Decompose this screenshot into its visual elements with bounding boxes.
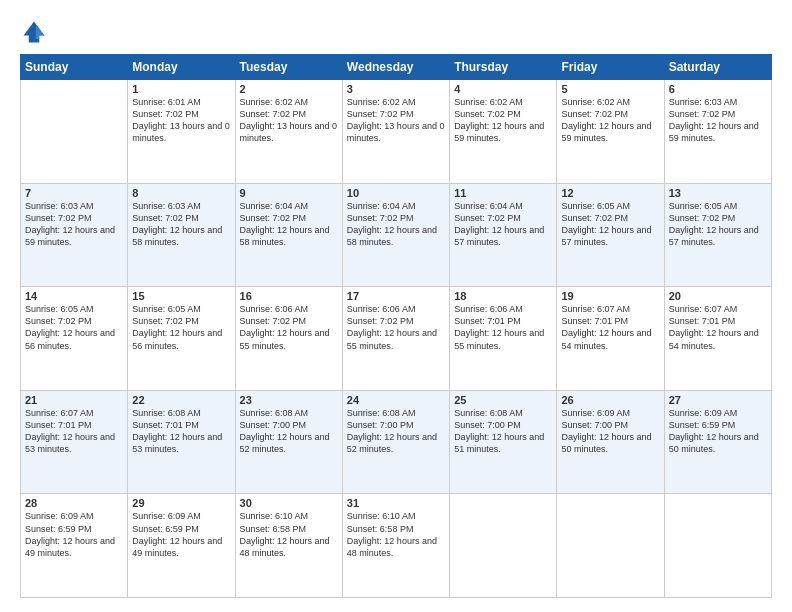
- calendar-cell: 3Sunrise: 6:02 AMSunset: 7:02 PMDaylight…: [342, 80, 449, 184]
- page: SundayMondayTuesdayWednesdayThursdayFrid…: [0, 0, 792, 612]
- day-info: Sunrise: 6:03 AMSunset: 7:02 PMDaylight:…: [669, 96, 767, 145]
- weekday-header-sunday: Sunday: [21, 55, 128, 80]
- day-info: Sunrise: 6:04 AMSunset: 7:02 PMDaylight:…: [454, 200, 552, 249]
- day-info: Sunrise: 6:06 AMSunset: 7:02 PMDaylight:…: [347, 303, 445, 352]
- day-number: 5: [561, 83, 659, 95]
- day-info: Sunrise: 6:10 AMSunset: 6:58 PMDaylight:…: [347, 510, 445, 559]
- header: [20, 18, 772, 46]
- calendar-cell: 11Sunrise: 6:04 AMSunset: 7:02 PMDayligh…: [450, 183, 557, 287]
- calendar-cell: 2Sunrise: 6:02 AMSunset: 7:02 PMDaylight…: [235, 80, 342, 184]
- calendar-cell: 25Sunrise: 6:08 AMSunset: 7:00 PMDayligh…: [450, 390, 557, 494]
- calendar-cell: 24Sunrise: 6:08 AMSunset: 7:00 PMDayligh…: [342, 390, 449, 494]
- day-number: 2: [240, 83, 338, 95]
- day-number: 3: [347, 83, 445, 95]
- calendar-cell: 1Sunrise: 6:01 AMSunset: 7:02 PMDaylight…: [128, 80, 235, 184]
- day-number: 25: [454, 394, 552, 406]
- day-number: 6: [669, 83, 767, 95]
- calendar-cell: 14Sunrise: 6:05 AMSunset: 7:02 PMDayligh…: [21, 287, 128, 391]
- day-info: Sunrise: 6:03 AMSunset: 7:02 PMDaylight:…: [25, 200, 123, 249]
- day-info: Sunrise: 6:08 AMSunset: 7:01 PMDaylight:…: [132, 407, 230, 456]
- day-number: 16: [240, 290, 338, 302]
- day-number: 13: [669, 187, 767, 199]
- day-info: Sunrise: 6:04 AMSunset: 7:02 PMDaylight:…: [240, 200, 338, 249]
- day-info: Sunrise: 6:01 AMSunset: 7:02 PMDaylight:…: [132, 96, 230, 145]
- weekday-header-saturday: Saturday: [664, 55, 771, 80]
- day-number: 22: [132, 394, 230, 406]
- calendar-cell: 30Sunrise: 6:10 AMSunset: 6:58 PMDayligh…: [235, 494, 342, 598]
- day-number: 18: [454, 290, 552, 302]
- day-number: 4: [454, 83, 552, 95]
- day-info: Sunrise: 6:07 AMSunset: 7:01 PMDaylight:…: [669, 303, 767, 352]
- day-info: Sunrise: 6:06 AMSunset: 7:01 PMDaylight:…: [454, 303, 552, 352]
- day-number: 31: [347, 497, 445, 509]
- day-info: Sunrise: 6:07 AMSunset: 7:01 PMDaylight:…: [25, 407, 123, 456]
- day-info: Sunrise: 6:05 AMSunset: 7:02 PMDaylight:…: [132, 303, 230, 352]
- day-number: 20: [669, 290, 767, 302]
- calendar-cell: 16Sunrise: 6:06 AMSunset: 7:02 PMDayligh…: [235, 287, 342, 391]
- day-number: 27: [669, 394, 767, 406]
- day-info: Sunrise: 6:04 AMSunset: 7:02 PMDaylight:…: [347, 200, 445, 249]
- day-number: 9: [240, 187, 338, 199]
- calendar-cell: 27Sunrise: 6:09 AMSunset: 6:59 PMDayligh…: [664, 390, 771, 494]
- calendar-cell: 26Sunrise: 6:09 AMSunset: 7:00 PMDayligh…: [557, 390, 664, 494]
- calendar-cell: [664, 494, 771, 598]
- day-number: 19: [561, 290, 659, 302]
- calendar-cell: 8Sunrise: 6:03 AMSunset: 7:02 PMDaylight…: [128, 183, 235, 287]
- day-info: Sunrise: 6:05 AMSunset: 7:02 PMDaylight:…: [669, 200, 767, 249]
- weekday-header-monday: Monday: [128, 55, 235, 80]
- day-number: 10: [347, 187, 445, 199]
- calendar-cell: [450, 494, 557, 598]
- day-number: 15: [132, 290, 230, 302]
- day-number: 26: [561, 394, 659, 406]
- day-number: 21: [25, 394, 123, 406]
- calendar-cell: 6Sunrise: 6:03 AMSunset: 7:02 PMDaylight…: [664, 80, 771, 184]
- day-info: Sunrise: 6:09 AMSunset: 6:59 PMDaylight:…: [132, 510, 230, 559]
- calendar-cell: 13Sunrise: 6:05 AMSunset: 7:02 PMDayligh…: [664, 183, 771, 287]
- day-number: 7: [25, 187, 123, 199]
- day-number: 24: [347, 394, 445, 406]
- day-info: Sunrise: 6:08 AMSunset: 7:00 PMDaylight:…: [347, 407, 445, 456]
- day-info: Sunrise: 6:10 AMSunset: 6:58 PMDaylight:…: [240, 510, 338, 559]
- calendar-cell: 31Sunrise: 6:10 AMSunset: 6:58 PMDayligh…: [342, 494, 449, 598]
- day-info: Sunrise: 6:03 AMSunset: 7:02 PMDaylight:…: [132, 200, 230, 249]
- day-info: Sunrise: 6:06 AMSunset: 7:02 PMDaylight:…: [240, 303, 338, 352]
- calendar: SundayMondayTuesdayWednesdayThursdayFrid…: [20, 54, 772, 598]
- day-number: 14: [25, 290, 123, 302]
- day-info: Sunrise: 6:02 AMSunset: 7:02 PMDaylight:…: [454, 96, 552, 145]
- calendar-cell: 21Sunrise: 6:07 AMSunset: 7:01 PMDayligh…: [21, 390, 128, 494]
- weekday-header-tuesday: Tuesday: [235, 55, 342, 80]
- calendar-cell: 20Sunrise: 6:07 AMSunset: 7:01 PMDayligh…: [664, 287, 771, 391]
- calendar-cell: 18Sunrise: 6:06 AMSunset: 7:01 PMDayligh…: [450, 287, 557, 391]
- calendar-cell: 9Sunrise: 6:04 AMSunset: 7:02 PMDaylight…: [235, 183, 342, 287]
- weekday-header-row: SundayMondayTuesdayWednesdayThursdayFrid…: [21, 55, 772, 80]
- day-number: 8: [132, 187, 230, 199]
- calendar-cell: 15Sunrise: 6:05 AMSunset: 7:02 PMDayligh…: [128, 287, 235, 391]
- day-number: 17: [347, 290, 445, 302]
- weekday-header-wednesday: Wednesday: [342, 55, 449, 80]
- logo-icon: [20, 18, 48, 46]
- day-info: Sunrise: 6:05 AMSunset: 7:02 PMDaylight:…: [561, 200, 659, 249]
- day-info: Sunrise: 6:05 AMSunset: 7:02 PMDaylight:…: [25, 303, 123, 352]
- week-row-3: 14Sunrise: 6:05 AMSunset: 7:02 PMDayligh…: [21, 287, 772, 391]
- day-number: 29: [132, 497, 230, 509]
- week-row-4: 21Sunrise: 6:07 AMSunset: 7:01 PMDayligh…: [21, 390, 772, 494]
- day-info: Sunrise: 6:09 AMSunset: 6:59 PMDaylight:…: [669, 407, 767, 456]
- weekday-header-friday: Friday: [557, 55, 664, 80]
- logo: [20, 18, 52, 46]
- day-info: Sunrise: 6:07 AMSunset: 7:01 PMDaylight:…: [561, 303, 659, 352]
- day-info: Sunrise: 6:08 AMSunset: 7:00 PMDaylight:…: [240, 407, 338, 456]
- day-number: 30: [240, 497, 338, 509]
- day-info: Sunrise: 6:02 AMSunset: 7:02 PMDaylight:…: [347, 96, 445, 145]
- calendar-cell: 4Sunrise: 6:02 AMSunset: 7:02 PMDaylight…: [450, 80, 557, 184]
- week-row-1: 1Sunrise: 6:01 AMSunset: 7:02 PMDaylight…: [21, 80, 772, 184]
- svg-marker-1: [36, 25, 45, 39]
- calendar-cell: 28Sunrise: 6:09 AMSunset: 6:59 PMDayligh…: [21, 494, 128, 598]
- day-info: Sunrise: 6:02 AMSunset: 7:02 PMDaylight:…: [240, 96, 338, 145]
- day-number: 11: [454, 187, 552, 199]
- weekday-header-thursday: Thursday: [450, 55, 557, 80]
- day-number: 23: [240, 394, 338, 406]
- day-info: Sunrise: 6:09 AMSunset: 7:00 PMDaylight:…: [561, 407, 659, 456]
- calendar-cell: 5Sunrise: 6:02 AMSunset: 7:02 PMDaylight…: [557, 80, 664, 184]
- calendar-cell: 29Sunrise: 6:09 AMSunset: 6:59 PMDayligh…: [128, 494, 235, 598]
- day-number: 1: [132, 83, 230, 95]
